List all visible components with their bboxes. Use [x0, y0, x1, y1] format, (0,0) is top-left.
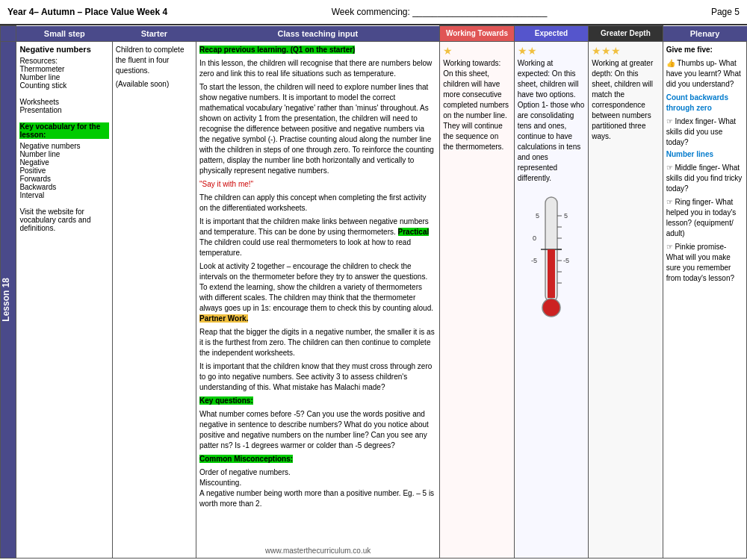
- key-vocab-label: Key vocabulary for the lesson:: [19, 122, 108, 139]
- exp-cell: ★★ Working at expected: On this sheet, c…: [514, 41, 588, 559]
- wt-star: ★: [443, 45, 510, 57]
- resource-presentation: Presentation: [19, 106, 108, 114]
- lesson-col-header: [1, 26, 16, 42]
- plenary-ring: ☞ Ring finger- What helped you in today'…: [666, 197, 743, 239]
- vocab-negative-numbers: Negative numbers: [19, 142, 108, 150]
- website-note: Visit the website for vocabulary cards a…: [19, 208, 108, 232]
- starter-text1: Children to complete the fluent in four …: [116, 45, 193, 76]
- gd-stars: ★★★: [592, 45, 659, 57]
- vocab-negative: Negative: [19, 158, 108, 167]
- starter-text2: (Available soon): [116, 79, 193, 90]
- wt-col-header: Working Towards: [440, 26, 514, 42]
- teaching-col-header: Class teaching input: [196, 26, 440, 42]
- key-questions-label: Key questions:: [199, 396, 436, 406]
- teaching-para4: It is important that the children make l…: [199, 217, 436, 258]
- svg-rect-9: [548, 249, 555, 298]
- plenary-number-lines: Number lines: [666, 149, 743, 160]
- resource-number-line: Number line: [19, 73, 108, 81]
- vocab-interval: Interval: [19, 191, 108, 199]
- plenary-middle: ☞ Middle finger- What skills did you fin…: [666, 163, 743, 194]
- teaching-para1: In this lesson, the children will recogn…: [199, 58, 436, 79]
- main-table: Small step Starter Class teaching input …: [0, 25, 747, 559]
- misconceptions-text: Order of negative numbers. Miscounting. …: [199, 467, 436, 509]
- resource-counting-stick: Counting stick: [19, 81, 108, 90]
- vocab-backwards: Backwards: [19, 183, 108, 191]
- plenary-thumb: 👍 Thumbs up- What have you learnt? What …: [666, 58, 743, 90]
- recap-label: Recap previous learning. (Q1 on the star…: [199, 45, 436, 55]
- week-commencing: Week commencing: _______________________…: [332, 7, 548, 17]
- exp-text: Working at expected: On this sheet, chil…: [518, 58, 585, 184]
- lesson-sidebar: Lesson 18: [1, 41, 16, 559]
- starter-cell: Children to complete the fluent in four …: [112, 41, 196, 559]
- resource-thermometer: Thermometer: [19, 65, 108, 73]
- key-questions-text: What number comes before -5? Can you use…: [199, 409, 436, 451]
- resources-label: Resources:: [19, 57, 108, 65]
- teaching-para3: The children can apply this concept when…: [199, 193, 436, 214]
- teaching-para2: To start the lesson, the children will n…: [199, 82, 436, 176]
- svg-text:5: 5: [564, 212, 568, 220]
- plenary-pinkie: ☞ Pinkie promise- What will you make sur…: [666, 242, 743, 284]
- gd-col-header: Greater Depth: [589, 26, 663, 42]
- wt-text: Working towards: On this sheet, children…: [443, 58, 510, 152]
- gd-text: Working at greater depth: On this sheet,…: [592, 58, 659, 142]
- small-step-cell: Negative numbers Resources: Thermometer …: [16, 41, 112, 559]
- starter-col-header: Starter: [112, 26, 196, 42]
- small-step-col-header: Small step: [16, 26, 112, 42]
- gd-cell: ★★★ Working at greater depth: On this sh…: [589, 41, 663, 559]
- small-step-title: Negative numbers: [19, 45, 108, 54]
- plenary-cell: Give me five: 👍 Thumbs up- What have you…: [663, 41, 746, 559]
- footer-url: www.masterthecurriculum.co.uk: [196, 547, 439, 555]
- resource-worksheets: Worksheets: [19, 98, 108, 106]
- wt-cell: ★ Working towards: On this sheet, childr…: [440, 41, 514, 559]
- plenary-count-label: Count backwards through zero: [666, 93, 743, 113]
- svg-text:-5: -5: [531, 257, 537, 264]
- exp-col-header: Expected: [514, 26, 588, 42]
- lesson-label: Lesson 18: [1, 278, 11, 322]
- vocab-number-line: Number line: [19, 150, 108, 158]
- plenary-index: ☞ Index finger- What skills did you use …: [666, 116, 743, 148]
- misconceptions-label: Common Misconceptions:: [199, 454, 436, 464]
- svg-point-10: [542, 299, 560, 317]
- thermometer-area: 5 0 -5 5 -5: [518, 190, 585, 339]
- plenary-title: Give me five:: [666, 45, 743, 55]
- teaching-cell: Recap previous learning. (Q1 on the star…: [196, 41, 440, 559]
- page-header: Year 4– Autumn – Place Value Week 4 Week…: [0, 0, 747, 25]
- page-number: Page 5: [711, 7, 740, 17]
- vocab-positive: Positive: [19, 167, 108, 175]
- header-title: Year 4– Autumn – Place Value Week 4: [7, 7, 167, 17]
- recap-highlight: Recap previous learning. (Q1 on the star…: [199, 46, 355, 54]
- vocab-list: Negative numbers Number line Negative Po…: [19, 142, 108, 199]
- teaching-para7: It is important that the children know t…: [199, 361, 436, 393]
- exp-stars: ★★: [518, 45, 585, 57]
- svg-text:5: 5: [536, 212, 539, 220]
- svg-text:-5: -5: [563, 257, 569, 264]
- teaching-para5: Look at activity 2 together – encourage …: [199, 261, 436, 324]
- svg-text:0: 0: [533, 234, 536, 242]
- plenary-col-header: Plenary: [663, 26, 746, 42]
- thermometer-svg: 5 0 -5 5 -5: [530, 190, 571, 339]
- say-label: "Say it with me!": [199, 179, 436, 190]
- teaching-para6: Reap that the bigger the digits in a neg…: [199, 327, 436, 358]
- vocab-forwards: Forwards: [19, 175, 108, 183]
